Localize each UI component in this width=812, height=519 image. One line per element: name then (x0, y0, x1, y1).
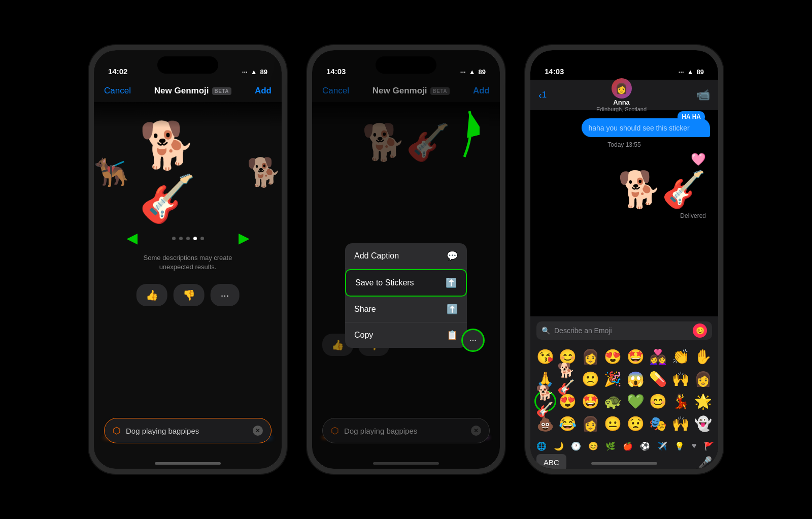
emoji-cell-3[interactable]: 👩 (580, 346, 601, 367)
delivered-status-3: Delivered (538, 212, 706, 219)
menu-add-caption[interactable]: Add Caption 💬 (345, 243, 467, 269)
menu-save-stickers[interactable]: Save to Stickers ⬆️ (345, 269, 467, 297)
bubble-text-1: haha you should see this sticker (589, 124, 690, 132)
phone-1: 14:02 ··· ▲ 89 Cancel New Genmoji BETA A… (89, 45, 287, 474)
share-label: Share (354, 305, 376, 314)
dynamic-island-2 (376, 56, 436, 74)
moon-icon[interactable]: 🌙 (554, 441, 564, 451)
thumbs-down-button-1[interactable]: 👎 (174, 284, 205, 306)
add-button-1[interactable]: Add (255, 86, 272, 96)
search-icon-bottom-1: ⬡ (113, 425, 121, 436)
emoji-cell-12[interactable]: 🎉 (602, 368, 624, 390)
globe-icon[interactable]: 🌐 (536, 441, 547, 451)
emoji-cell-5[interactable]: 🤩 (625, 346, 647, 367)
emoji-left-1: 🐕‍🦺 (94, 156, 129, 189)
status-icons-2: ··· ▲ 89 (460, 68, 486, 76)
dynamic-island-1 (157, 56, 218, 74)
clear-search-1[interactable]: ✕ (253, 426, 263, 436)
messages-nav-3: ‹ 1 👩 Anna Edinburgh, Scotland 📹 (530, 80, 718, 110)
emoji-cell-13[interactable]: 😱 (625, 368, 647, 390)
emoji-search-placeholder-3: Describe an Emoji (554, 327, 612, 335)
blur-overlay-1 (94, 102, 282, 127)
abc-row-3: ABC 🎤 (530, 454, 718, 469)
emoji-cell-24[interactable]: 🌟 (693, 391, 715, 412)
emoji-cell-18[interactable]: 😍 (557, 391, 579, 412)
activity-icon[interactable]: ⚽ (640, 441, 650, 451)
emoji-cell-22[interactable]: 😊 (648, 391, 669, 412)
emoji-cell-32[interactable]: 👻 (693, 413, 715, 434)
status-icons-3: ··· ▲ 89 (679, 68, 704, 76)
emoji-cell-8[interactable]: ✋ (693, 346, 715, 367)
wifi-icon-3: ▲ (687, 68, 694, 76)
emoji-cell-29[interactable]: 😟 (625, 413, 647, 434)
nav-title-1: New Genmoji BETA (154, 86, 231, 96)
symbols-icon[interactable]: ♥ (692, 441, 697, 451)
thumbs-up-button-1[interactable]: 👍 (137, 284, 167, 306)
emoji-cell-17[interactable]: 🐕🎸 (534, 391, 556, 412)
dot-3 (186, 237, 190, 240)
contact-avatar-3: 👩 (612, 78, 632, 99)
contact-info-3[interactable]: 👩 Anna Edinburgh, Scotland (596, 78, 647, 112)
emoji-search-bar-3[interactable]: 🔍 Describe an Emoji 😊 (536, 321, 712, 340)
food-icon[interactable]: 🍎 (623, 441, 633, 451)
emoji-cell-11[interactable]: 🙁 (580, 368, 601, 390)
phone-3: 14:03 ··· ▲ 89 ‹ 1 👩 Anna Edinburgh, Sco… (525, 45, 723, 474)
emoji-cell-26[interactable]: 😂 (557, 413, 579, 434)
emoji-cell-28[interactable]: 😐 (602, 413, 624, 434)
three-dots-circled[interactable]: ··· (461, 329, 485, 352)
search-bar-bottom-1[interactable]: ⬡ Dog playing bagpipes ✕ (104, 418, 272, 443)
objects-icon[interactable]: 💡 (674, 441, 685, 451)
flags-icon[interactable]: 🚩 (704, 441, 714, 451)
back-button-3[interactable]: ‹ 1 (538, 89, 547, 101)
mic-keyboard-button-3[interactable]: 🎤 (698, 456, 712, 469)
emoji-keyboard-3: 🔍 Describe an Emoji 😊 😘 😊 👩 😍 🤩 👩‍❤️‍👩 👏… (530, 316, 718, 469)
time-2: 14:03 (326, 67, 346, 76)
emoji-cell-20[interactable]: 🐢 (602, 391, 624, 412)
battery-1: 89 (260, 68, 267, 76)
emoji-cell-16[interactable]: 👩 (693, 368, 715, 390)
emoji-cell-14[interactable]: 💊 (648, 368, 669, 390)
left-arrow-icon: ◀ (127, 231, 137, 246)
travel-icon[interactable]: ✈️ (657, 441, 667, 451)
arrows-dots-container-1: ◀ ▶ (127, 231, 249, 246)
save-stickers-icon: ⬆️ (446, 277, 457, 288)
emoji-cell-27[interactable]: 👩 (580, 413, 601, 434)
clock-icon[interactable]: 🕐 (571, 441, 581, 451)
smiley-icon[interactable]: 😊 (588, 441, 598, 451)
video-call-icon[interactable]: 📹 (696, 88, 710, 102)
keyboard-bottom-row-3: 🌐 🌙 🕐 😊 🌿 🍎 ⚽ ✈️ 💡 ♥ 🚩 ⌫ (530, 438, 718, 454)
emoji-cell-25[interactable]: 💩 (534, 413, 556, 434)
emoji-cell-1[interactable]: 😘 (534, 346, 556, 367)
cancel-button-1[interactable]: Cancel (104, 86, 131, 96)
emoji-center-1: 🐕🎸 (139, 119, 236, 225)
emoji-cell-19[interactable]: 🤩 (580, 391, 601, 412)
emoji-cell-6[interactable]: 👩‍❤️‍👩 (648, 346, 669, 367)
timestamp-3: Today 13:55 (538, 141, 710, 148)
emoji-search-icon-3: 🔍 (542, 327, 550, 335)
more-options-button-1[interactable]: ··· (211, 284, 240, 306)
nature-icon[interactable]: 🌿 (605, 441, 616, 451)
beta-badge-1: BETA (212, 87, 231, 95)
abc-button-3[interactable]: ABC (536, 454, 566, 469)
emoji-cell-31[interactable]: 🙌 (670, 413, 692, 434)
emoji-cell-7[interactable]: 👏 (670, 346, 692, 367)
copy-label: Copy (354, 331, 373, 340)
emoji-cell-15[interactable]: 🙌 (670, 368, 692, 390)
emoji-cell-4[interactable]: 😍 (602, 346, 624, 367)
right-arrow-icon: ▶ (239, 231, 249, 246)
emoji-cell-30[interactable]: 🎭 (648, 413, 669, 434)
haha-reaction: HA HA (678, 111, 705, 122)
menu-share[interactable]: Share ⬆️ (345, 297, 467, 322)
action-buttons-1: 👍 👎 ··· (137, 284, 240, 306)
status-icons-1: ··· ▲ 89 (242, 68, 267, 76)
menu-copy[interactable]: Copy 📋 (345, 322, 467, 348)
wifi-icon-2: ▲ (469, 68, 476, 76)
emoji-cell-10[interactable]: 🐕🎸 (557, 368, 579, 390)
emoji-cell-23[interactable]: 💃 (670, 391, 692, 412)
emoji-pink-btn-3[interactable]: 😊 (693, 323, 707, 338)
dot-4 (193, 237, 197, 240)
emoji-cell-21[interactable]: 💚 (625, 391, 647, 412)
heart-reaction-3: 🩷 (543, 152, 706, 167)
home-indicator-3 (591, 462, 657, 465)
emoji-right-1: 🐕 (247, 156, 282, 189)
